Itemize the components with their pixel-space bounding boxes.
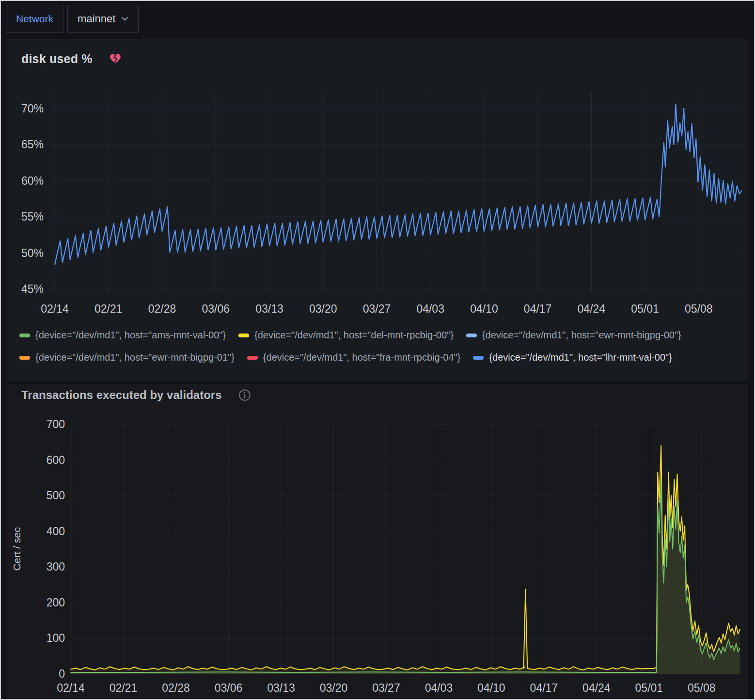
x-tick-label: 04/03 — [416, 302, 444, 315]
x-tick-label: 03/20 — [309, 302, 337, 315]
transactions-chart[interactable]: 02/1402/2102/2803/0603/1303/2003/2704/03… — [7, 407, 748, 698]
x-tick-label: 05/01 — [631, 302, 659, 315]
y-tick-label: 0 — [59, 668, 65, 680]
x-tick-label: 04/17 — [524, 302, 552, 315]
transactions-panel-title[interactable]: Transactions executed by validators — [21, 388, 222, 402]
disk-panel-title[interactable]: disk used % — [21, 52, 93, 66]
info-icon[interactable] — [238, 389, 251, 401]
legend-item[interactable]: {device="/dev/md1", host="ewr-mnt-bigpg-… — [466, 326, 681, 344]
broken-heart-icon — [109, 52, 122, 65]
legend-color-dash — [238, 334, 249, 337]
x-tick-label: 02/14 — [41, 302, 69, 315]
x-tick-label: 05/01 — [635, 682, 663, 694]
legend-color-dash — [247, 356, 258, 360]
transactions-panel-header: Transactions executed by validators — [7, 384, 748, 403]
legend-label: {device="/dev/md1", host="fra-mnt-rpcbig… — [263, 352, 461, 363]
y-tick-label: 400 — [47, 525, 65, 538]
chevron-down-icon — [121, 16, 128, 21]
legend-item[interactable]: {device="/dev/md1", host="del-mnt-rpcbig… — [238, 326, 454, 344]
transactions-panel: Transactions executed by validators 02/1… — [7, 384, 748, 700]
legend-color-dash — [473, 356, 484, 360]
y-tick-label: 45% — [21, 283, 44, 295]
x-tick-label: 04/17 — [530, 682, 558, 694]
legend-label: {device="/dev/md1", host="lhr-mnt-val-00… — [489, 352, 672, 363]
grafana-dashboard: Network mainnet disk used % 02/1402/2102… — [0, 0, 755, 700]
x-tick-label: 03/27 — [372, 682, 400, 694]
x-tick-label: 03/06 — [202, 302, 230, 315]
network-variable-value[interactable]: mainnet — [78, 13, 115, 25]
disk-chart-legend: {device="/dev/md1", host="ams-mnt-val-00… — [7, 321, 729, 366]
y-tick-label: 100 — [47, 632, 65, 644]
y-tick-label: 300 — [47, 560, 65, 573]
x-tick-label: 04/03 — [425, 682, 453, 694]
x-tick-label: 05/08 — [685, 302, 713, 315]
legend-item[interactable]: {device="/dev/md1", host="ewr-mnt-bigpg-… — [19, 349, 235, 366]
x-tick-label: 02/21 — [110, 682, 138, 694]
x-tick-label: 02/28 — [148, 302, 176, 315]
x-tick-label: 03/06 — [215, 682, 243, 694]
legend-item[interactable]: {device="/dev/md1", host="lhr-mnt-val-00… — [473, 349, 672, 366]
legend-label: {device="/dev/md1", host="ams-mnt-val-00… — [35, 330, 226, 341]
network-variable-label: Network — [16, 13, 53, 25]
y-tick-label: 60% — [21, 175, 44, 187]
disk-used-chart[interactable]: 02/1402/2102/2803/0603/1303/2003/2704/03… — [7, 77, 748, 321]
y-tick-label: 50% — [21, 247, 44, 259]
x-tick-label: 04/10 — [477, 682, 505, 694]
network-variable-select[interactable]: mainnet — [67, 5, 139, 33]
legend-color-dash — [19, 334, 30, 337]
y-tick-label: 600 — [47, 454, 65, 466]
x-tick-label: 03/13 — [255, 302, 283, 315]
x-tick-label: 05/08 — [688, 682, 716, 694]
x-tick-label: 04/10 — [470, 302, 498, 315]
x-tick-label: 03/20 — [320, 682, 348, 694]
y-tick-label: 55% — [21, 210, 44, 223]
y-tick-label: 65% — [21, 138, 44, 151]
legend-label: {device="/dev/md1", host="ewr-mnt-bigpg-… — [482, 330, 681, 341]
x-tick-label: 02/21 — [94, 302, 123, 315]
legend-color-dash — [466, 334, 477, 337]
network-variable-label-chip: Network — [6, 5, 63, 33]
x-tick-label: 04/24 — [578, 302, 606, 315]
disk-used-panel: disk used % 02/1402/2102/2803/0603/1303/… — [7, 39, 748, 382]
y-tick-label: 70% — [21, 102, 44, 115]
x-tick-label: 02/14 — [57, 682, 85, 694]
y-tick-label: 700 — [47, 418, 65, 430]
legend-label: {device="/dev/md1", host="ewr-mnt-bigpg-… — [35, 352, 235, 363]
legend-label: {device="/dev/md1", host="del-mnt-rpcbig… — [254, 330, 454, 341]
disk-panel-header: disk used % — [7, 39, 748, 67]
y-axis-label: Cert / sec — [11, 527, 22, 571]
x-tick-label: 04/24 — [582, 682, 611, 694]
y-tick-label: 500 — [47, 489, 65, 502]
legend-color-dash — [19, 356, 30, 360]
x-tick-label: 03/27 — [363, 302, 391, 315]
legend-item[interactable]: {device="/dev/md1", host="ams-mnt-val-00… — [19, 326, 226, 344]
y-tick-label: 200 — [47, 596, 65, 609]
x-tick-label: 03/13 — [267, 682, 295, 694]
legend-item[interactable]: {device="/dev/md1", host="fra-mnt-rpcbig… — [247, 349, 461, 366]
x-tick-label: 02/28 — [162, 682, 190, 694]
variable-bar: Network mainnet — [1, 1, 754, 39]
